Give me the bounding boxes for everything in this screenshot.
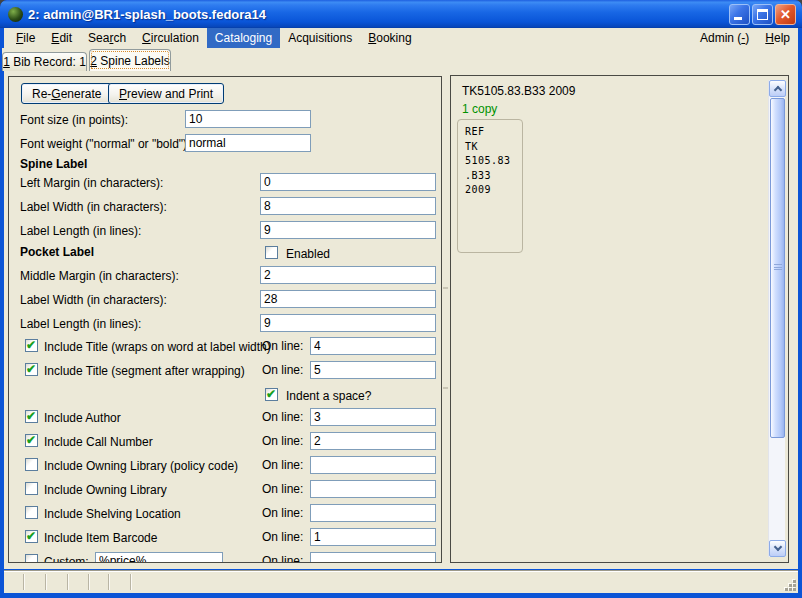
menu-cataloging[interactable]: Cataloging: [207, 28, 280, 48]
include-title-segment-label: Include Title (segment after wrapping): [44, 364, 245, 378]
content-area: Re-Generate Preview and Print Font size …: [4, 71, 798, 569]
include-shelving-location-label: Include Shelving Location: [44, 507, 181, 521]
font-size-label: Font size (in points):: [20, 113, 128, 127]
maximize-button[interactable]: [752, 4, 773, 25]
font-weight-input[interactable]: [185, 134, 311, 152]
menu-circulation[interactable]: Circulation: [134, 28, 207, 48]
pocket-label-length-input[interactable]: [260, 314, 436, 332]
statusbar-separator: [88, 574, 89, 590]
menu-edit[interactable]: Edit: [43, 28, 80, 48]
minimize-icon: [734, 17, 742, 20]
pocket-enabled-label: Enabled: [286, 247, 330, 261]
pocket-label-width-label: Label Width (in characters):: [20, 293, 167, 307]
splitter-grip: [443, 287, 448, 289]
include-shelving-location-checkbox[interactable]: [25, 506, 38, 519]
scrollbar-thumb[interactable]: [770, 98, 785, 438]
include-author-label: Include Author: [44, 411, 121, 425]
include-item-barcode-line-input[interactable]: [310, 528, 436, 546]
include-item-barcode-checkbox[interactable]: [25, 530, 38, 543]
spine-left-margin-label: Left Margin (in characters):: [20, 176, 163, 190]
pocket-label-heading: Pocket Label: [20, 245, 94, 259]
chevron-down-icon: [774, 543, 782, 551]
pocket-label-width-input[interactable]: [260, 290, 436, 308]
on-line-label: On line:: [262, 554, 303, 563]
include-owning-library-policy-line-input[interactable]: [310, 456, 436, 474]
custom-input[interactable]: [95, 552, 223, 563]
menu-booking[interactable]: Booking: [360, 28, 419, 48]
menu-file[interactable]: File: [8, 28, 43, 48]
spine-label-heading: Spine Label: [20, 157, 87, 171]
status-bar: [4, 570, 798, 593]
custom-label: Custom:: [44, 555, 89, 563]
menubar-right: Admin (-) Help: [692, 28, 798, 48]
statusbar-separator: [67, 574, 68, 590]
indent-space-checkbox[interactable]: [265, 388, 278, 401]
spine-label-length-input[interactable]: [260, 221, 436, 239]
label-preview-panel: TK5105.83.B33 2009 1 copy REF TK 5105.83…: [450, 75, 789, 563]
app-window: 2: admin@BR1-splash_boots.fedora14 ✕ Fil…: [0, 0, 802, 598]
include-shelving-location-line-input[interactable]: [310, 504, 436, 522]
spine-label-width-label: Label Width (in characters):: [20, 200, 167, 214]
pocket-middle-margin-input[interactable]: [260, 266, 436, 284]
custom-checkbox[interactable]: [25, 554, 38, 563]
include-title-segment-line-input[interactable]: [310, 361, 436, 379]
statusbar-separator: [130, 574, 131, 590]
include-title-wrap-label: Include Title (wraps on word at label wi…: [44, 340, 271, 354]
menubar: File Edit Search Circulation Cataloging …: [4, 28, 798, 48]
spine-label-options-panel: Re-Generate Preview and Print Font size …: [8, 76, 442, 563]
window-title: 2: admin@BR1-splash_boots.fedora14: [28, 7, 266, 22]
custom-line-input[interactable]: [310, 552, 436, 563]
resize-grip[interactable]: [783, 578, 797, 592]
minimize-button[interactable]: [729, 4, 750, 25]
tab-bib-record[interactable]: 1 Bib Record: 1: [2, 52, 87, 71]
titlebar[interactable]: 2: admin@BR1-splash_boots.fedora14 ✕: [0, 0, 802, 28]
scroll-up-button[interactable]: [769, 80, 786, 97]
spine-label-preview-box[interactable]: REF TK 5105.83 .B33 2009: [457, 119, 523, 253]
include-call-number-checkbox[interactable]: [25, 434, 38, 447]
on-line-label: On line:: [262, 458, 303, 472]
preview-and-print-button[interactable]: Preview and Print: [108, 83, 224, 104]
close-button[interactable]: ✕: [775, 4, 796, 25]
include-title-wrap-checkbox[interactable]: [25, 339, 38, 352]
call-number-text: TK5105.83.B33 2009: [462, 84, 575, 98]
include-owning-library-checkbox[interactable]: [25, 482, 38, 495]
spine-label-width-input[interactable]: [260, 197, 436, 215]
menu-search[interactable]: Search: [80, 28, 134, 48]
menu-admin[interactable]: Admin (-): [692, 28, 757, 48]
on-line-label: On line:: [262, 410, 303, 424]
on-line-label: On line:: [262, 434, 303, 448]
include-call-number-line-input[interactable]: [310, 432, 436, 450]
pocket-enabled-checkbox[interactable]: [265, 246, 278, 259]
statusbar-separator: [45, 574, 46, 590]
indent-space-label: Indent a space?: [286, 389, 371, 403]
include-owning-library-policy-checkbox[interactable]: [25, 458, 38, 471]
window-controls: ✕: [729, 4, 796, 25]
close-icon: ✕: [776, 5, 795, 24]
include-author-checkbox[interactable]: [25, 410, 38, 423]
panel-splitter[interactable]: [442, 76, 450, 563]
on-line-label: On line:: [262, 363, 303, 377]
copy-count-text: 1 copy: [462, 102, 497, 116]
regenerate-button[interactable]: Re-Generate: [21, 83, 112, 104]
spine-label-preview-text: REF TK 5105.83 .B33 2009: [458, 120, 522, 198]
spine-left-margin-input[interactable]: [260, 173, 436, 191]
statusbar-separator: [108, 574, 109, 590]
tab-spine-labels[interactable]: 2 Spine Labels: [89, 49, 171, 71]
font-weight-label: Font weight ("normal" or "bold"):: [20, 137, 190, 151]
menu-acquisitions[interactable]: Acquisitions: [280, 28, 360, 48]
chevron-up-icon: [774, 86, 782, 94]
include-author-line-input[interactable]: [310, 408, 436, 426]
include-owning-library-line-input[interactable]: [310, 480, 436, 498]
on-line-label: On line:: [262, 530, 303, 544]
splitter-grip: [443, 387, 448, 389]
menu-help[interactable]: Help: [757, 28, 798, 48]
include-title-wrap-line-input[interactable]: [310, 337, 436, 355]
on-line-label: On line:: [262, 339, 303, 353]
font-size-input[interactable]: [185, 110, 311, 128]
include-title-segment-checkbox[interactable]: [25, 363, 38, 376]
spine-label-length-label: Label Length (in lines):: [20, 224, 141, 238]
include-item-barcode-label: Include Item Barcode: [44, 531, 157, 545]
tab-bar: 1 Bib Record: 1 2 Spine Labels: [2, 48, 798, 71]
scroll-down-button[interactable]: [769, 540, 786, 557]
vertical-scrollbar[interactable]: [768, 80, 785, 557]
